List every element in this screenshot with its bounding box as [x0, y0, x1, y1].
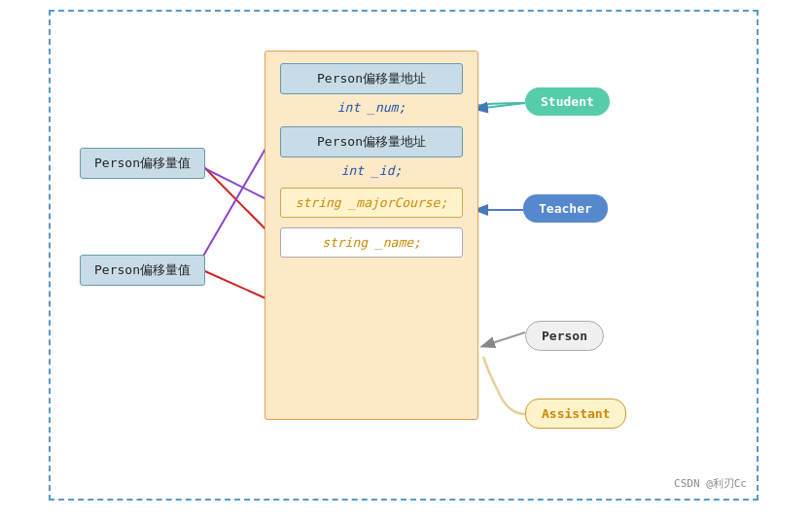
student-label: Student — [525, 87, 610, 116]
field-string-name: string _name; — [280, 227, 463, 258]
watermark: CSDN @利刃Cc — [674, 476, 747, 491]
left-offset-value-2: Person偏移量值 — [80, 255, 205, 286]
assistant-label: Assistant — [525, 399, 626, 429]
offset-addr-box-2: Person偏移量地址 — [280, 126, 463, 157]
svg-line-0 — [477, 103, 525, 109]
left-offset-value-1: Person偏移量值 — [80, 148, 205, 179]
person-label: Person — [525, 321, 604, 351]
offset-addr-box-1: Person偏移量地址 — [280, 63, 463, 94]
field-string-major: string _majorCourse; — [280, 188, 463, 218]
field-int-num: int _num; — [265, 100, 477, 115]
field-int-id: int _id; — [265, 163, 477, 178]
svg-line-6 — [483, 332, 525, 346]
main-diagram: Person偏移量地址 int _num; Person偏移量地址 int _i… — [49, 10, 759, 501]
center-memory-box: Person偏移量地址 int _num; Person偏移量地址 int _i… — [265, 51, 478, 420]
teacher-label: Teacher — [523, 194, 608, 223]
